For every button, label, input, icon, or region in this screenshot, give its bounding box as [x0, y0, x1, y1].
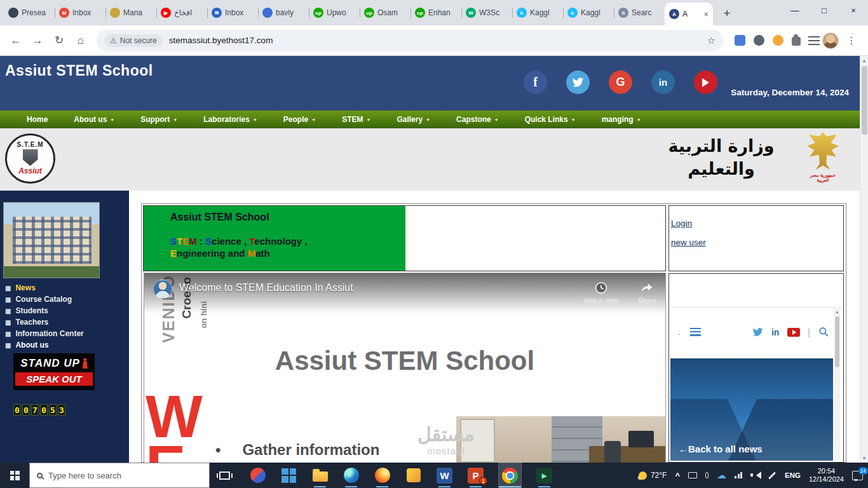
nav-item-stem[interactable]: STEM▼: [329, 115, 384, 124]
usb-tray-icon[interactable]: [705, 472, 709, 478]
browser-tab[interactable]: Mana: [105, 0, 156, 25]
reload-button[interactable]: ↻: [50, 31, 69, 50]
firefox-app-icon[interactable]: [374, 463, 391, 488]
youtube-icon[interactable]: [694, 71, 717, 94]
sidebar-item-students[interactable]: ▦Students: [0, 305, 129, 316]
home-button[interactable]: ⌂: [71, 31, 90, 50]
back-to-news-link[interactable]: ←Back to all news: [679, 444, 763, 454]
browser-tab[interactable]: AA×: [665, 3, 713, 25]
ppt-app-icon[interactable]: P1: [467, 463, 484, 488]
browser-tab[interactable]: SSearc: [614, 0, 665, 25]
browser-tab[interactable]: upOsam: [360, 0, 410, 25]
nav-item-about-us[interactable]: About us▼: [61, 115, 128, 124]
scroll-down-icon[interactable]: ▼: [860, 454, 868, 463]
sidebar-item-news[interactable]: ▦News: [0, 282, 129, 294]
nav-item-quick-links[interactable]: Quick Links▼: [512, 115, 589, 124]
widget-youtube-icon[interactable]: [787, 328, 800, 337]
browser-tab[interactable]: MInbox: [55, 0, 105, 25]
word-app-icon[interactable]: W: [436, 463, 453, 488]
extension-puzzle-icon[interactable]: [792, 37, 801, 46]
sidebar-item-course-catalog[interactable]: ▦Course Catalog: [0, 294, 129, 305]
extension-blue-square-icon[interactable]: [735, 35, 745, 46]
extension-dark-circle-icon[interactable]: [754, 35, 764, 46]
back-button[interactable]: ←: [6, 31, 25, 50]
widget-twitter-icon[interactable]: [752, 327, 763, 337]
grid-icon: ▦: [5, 342, 11, 349]
yellow-app-icon[interactable]: [405, 463, 422, 488]
youtube-embed[interactable]: CroesoVENIDOon hini WE Assiut STEM Schoo…: [144, 273, 665, 463]
new-user-link[interactable]: new user: [671, 238, 706, 247]
sidebar-item-information-center[interactable]: ▦Information Center: [0, 328, 129, 339]
window-minimize-button[interactable]: —: [780, 0, 810, 20]
not-secure-badge[interactable]: ⚠ Not secure: [104, 34, 163, 47]
volume-icon[interactable]: [750, 471, 759, 479]
clock[interactable]: 20:54 12/14/2024: [809, 467, 844, 484]
browser-tab[interactable]: upUpwo: [309, 0, 360, 25]
widget-scrollbar[interactable]: ▲: [834, 309, 840, 460]
weather-widget[interactable]: 72°F: [639, 471, 667, 480]
share-button[interactable]: Share: [638, 281, 656, 304]
pen-icon[interactable]: [768, 471, 776, 479]
onedrive-cloud-icon[interactable]: ☁: [717, 470, 726, 481]
nav-item-capstone[interactable]: Capstone▼: [444, 115, 512, 124]
browser-tab[interactable]: Presea: [4, 0, 55, 25]
sidebar-item-about-us[interactable]: ▦About us: [0, 339, 129, 351]
address-bar[interactable]: ⚠ Not secure stemassiut.byethost17.com ☆: [97, 30, 723, 51]
extension-orange-circle-icon[interactable]: [773, 35, 783, 46]
browser-menu-icon[interactable]: ⋮: [841, 34, 862, 46]
window-close-button[interactable]: ×: [839, 0, 868, 20]
display-tray-icon[interactable]: [688, 472, 697, 478]
facebook-icon[interactable]: f: [524, 71, 547, 94]
nav-item-home[interactable]: Home: [14, 115, 61, 124]
widget-linkedin-icon[interactable]: in: [771, 327, 779, 337]
sidebar-item-teachers[interactable]: ▦Teachers: [0, 316, 129, 328]
scroll-up-icon[interactable]: ▲: [835, 309, 839, 314]
page-scrollbar[interactable]: ▲ ▼: [860, 56, 868, 463]
edge-app-icon[interactable]: [342, 463, 360, 488]
browser-tab[interactable]: WW3Sc: [461, 0, 512, 25]
scroll-thumb[interactable]: [862, 66, 867, 135]
bookmark-star-icon[interactable]: ☆: [707, 35, 715, 46]
green-app-icon[interactable]: ▶: [536, 463, 553, 488]
browser-tab[interactable]: bavly: [258, 0, 309, 25]
browser-tab[interactable]: kKaggl: [563, 0, 614, 25]
browser-tab[interactable]: kKaggl: [512, 0, 563, 25]
network-icon[interactable]: [735, 472, 742, 478]
redblue-app-icon[interactable]: [249, 463, 266, 488]
widget-search-icon[interactable]: [818, 327, 829, 337]
twitter-icon[interactable]: [566, 71, 590, 94]
hidden-icons-chevron[interactable]: ^: [675, 471, 680, 480]
green-banner: Assiut STEM School STEM : Science , Tech…: [144, 206, 405, 271]
login-link[interactable]: Login: [671, 219, 692, 228]
tiles-app-icon[interactable]: [280, 463, 297, 488]
nav-item-manging[interactable]: manging▼: [589, 115, 654, 124]
language-indicator[interactable]: ENG: [785, 471, 801, 479]
browser-profile-avatar[interactable]: [822, 32, 839, 49]
google-icon[interactable]: G: [609, 71, 632, 94]
nav-item-people[interactable]: People▼: [271, 115, 329, 124]
task-view-button[interactable]: [210, 463, 239, 488]
nav-item-support[interactable]: Support▼: [128, 115, 191, 124]
browser-tab[interactable]: ✉Inbox: [207, 0, 258, 25]
action-center-icon[interactable]: 24: [852, 471, 863, 480]
chrome-app-icon[interactable]: [498, 463, 522, 488]
browser-tab[interactable]: ▶افخاخ: [156, 0, 207, 25]
watch-later-button[interactable]: Watch later: [583, 281, 618, 304]
start-button[interactable]: [0, 463, 29, 488]
browser-tab[interactable]: upEnhan: [410, 0, 461, 25]
reading-list-icon[interactable]: [808, 36, 820, 45]
folder-app-icon[interactable]: [311, 463, 329, 488]
linkedin-icon[interactable]: in: [651, 71, 675, 94]
forward-button[interactable]: →: [28, 31, 47, 50]
widget-scroll-thumb[interactable]: [835, 316, 839, 367]
new-tab-button[interactable]: +: [718, 4, 736, 22]
window-maximize-button[interactable]: □: [810, 0, 839, 20]
taskbar-search-box[interactable]: Type here to search: [29, 463, 210, 488]
nav-item-laboratories[interactable]: Laboratories▼: [191, 115, 271, 124]
scroll-up-icon[interactable]: ▲: [860, 56, 868, 65]
nav-item-gallery[interactable]: Gallery▼: [384, 115, 444, 124]
tab-close-icon[interactable]: ×: [703, 10, 709, 19]
hamburger-menu-icon[interactable]: [690, 328, 701, 336]
channel-avatar[interactable]: [153, 280, 172, 299]
video-title[interactable]: Welcome to STEM Education In Assiut: [179, 282, 583, 294]
